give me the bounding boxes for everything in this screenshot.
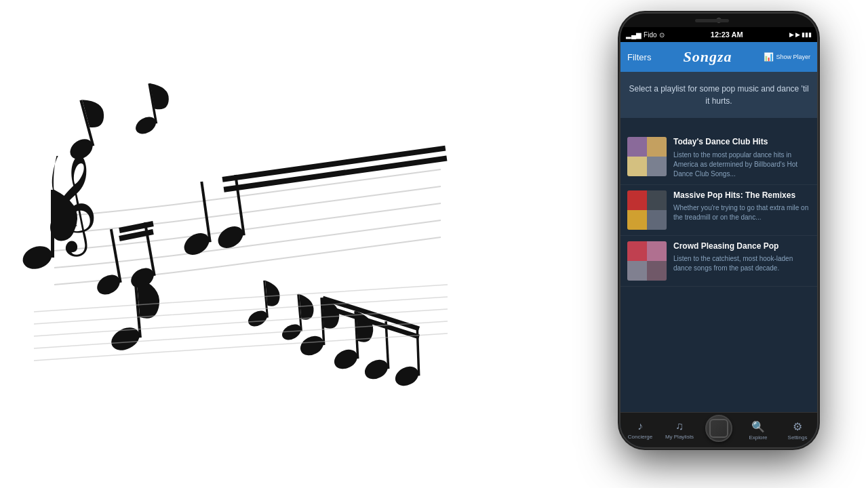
- status-carrier: ▂▄▆ Fido ⊙: [626, 31, 665, 39]
- wifi-icon: ⊙: [659, 31, 665, 39]
- playlist-title: Massive Pop Hits: The Remixes: [673, 190, 810, 201]
- nav-item-settings[interactable]: ⚙ Settings: [778, 420, 817, 441]
- playlist-description: Listen to the catchiest, most hook-laden…: [673, 254, 810, 273]
- location-icon: ▶: [789, 31, 794, 38]
- nav-label-explore: Explore: [749, 434, 767, 441]
- svg-point-21: [392, 363, 422, 390]
- phone-body: ▂▄▆ Fido ⊙ 12:23 AM ▶ ▶ ▮▮▮ Filters Song…: [620, 14, 817, 447]
- home-button[interactable]: [705, 415, 732, 442]
- nav-item-my-playlists[interactable]: ♫ My Playlists: [660, 420, 699, 440]
- svg-rect-8: [234, 175, 245, 236]
- nav-item-explore[interactable]: 🔍 Explore: [738, 420, 778, 441]
- playlist-title: Crowd Pleasing Dance Pop: [673, 241, 810, 252]
- status-icons: ▶ ▶ ▮▮▮: [789, 31, 812, 38]
- phone-speaker: [695, 19, 729, 22]
- nav-label-my-playlists: My Playlists: [665, 434, 694, 440]
- subtitle-area: Select a playlist for some pop music and…: [620, 72, 817, 118]
- svg-rect-26: [51, 190, 54, 258]
- nav-label-settings: Settings: [788, 434, 808, 441]
- explore-icon: 🔍: [751, 420, 765, 433]
- settings-icon: ⚙: [793, 420, 802, 433]
- status-time: 12:23 AM: [711, 30, 743, 39]
- nav-item-concierge[interactable]: ♪ Concierge: [620, 420, 660, 440]
- subtitle-text: Select a playlist for some pop music and…: [629, 83, 809, 107]
- phone-device: ▂▄▆ Fido ⊙ 12:23 AM ▶ ▶ ▮▮▮ Filters Song…: [610, 14, 827, 474]
- playlist-item[interactable]: Massive Pop Hits: The RemixesWhether you…: [620, 185, 817, 236]
- home-button-inner: [709, 419, 728, 438]
- playlist-item[interactable]: Crowd Pleasing Dance PopListen to the ca…: [620, 236, 817, 287]
- playlist-info: Today's Dance Club HitsListen to the mos…: [673, 137, 810, 179]
- app-logo: Songza: [683, 48, 732, 66]
- filters-button[interactable]: Filters: [627, 52, 651, 62]
- show-player-button[interactable]: 📊 Show Player: [764, 52, 810, 62]
- svg-point-33: [108, 323, 144, 355]
- svg-rect-6: [200, 182, 211, 243]
- playlist-item[interactable]: Today's Dance Club HitsListen to the mos…: [620, 131, 817, 185]
- playlist-thumbnail: [627, 241, 667, 281]
- play-icon: ▶: [795, 31, 800, 38]
- playlist-info: Crowd Pleasing Dance PopListen to the ca…: [673, 241, 810, 274]
- battery-icon: ▮▮▮: [802, 31, 812, 38]
- playlists-icon: ♫: [675, 420, 684, 432]
- playlist-description: Whether you're trying to go that extra m…: [673, 203, 810, 222]
- app-header: Filters Songza 📊 Show Player: [620, 42, 817, 72]
- svg-line-31: [119, 224, 153, 230]
- status-bar: ▂▄▆ Fido ⊙ 12:23 AM ▶ ▶ ▮▮▮: [620, 27, 817, 42]
- playlist-info: Massive Pop Hits: The RemixesWhether you…: [673, 190, 810, 223]
- music-notes-svg: 𝄞: [0, 0, 475, 488]
- phone-top-bar: [620, 14, 817, 27]
- playlist-title: Today's Dance Club Hits: [673, 137, 810, 148]
- playlist-description: Listen to the most popular dance hits in…: [673, 150, 810, 179]
- music-background: 𝄞: [0, 0, 475, 488]
- phone-screen: ▂▄▆ Fido ⊙ 12:23 AM ▶ ▶ ▮▮▮ Filters Song…: [620, 27, 817, 447]
- playlist-thumbnail: [627, 190, 667, 230]
- playlist-list: Today's Dance Club HitsListen to the mos…: [620, 126, 817, 412]
- bars-chart-icon: 📊: [764, 52, 774, 62]
- concierge-icon: ♪: [637, 420, 643, 432]
- playlist-thumbnail: [627, 137, 667, 176]
- nav-label-concierge: Concierge: [628, 434, 652, 440]
- app-screen: Filters Songza 📊 Show Player Select a pl…: [620, 42, 817, 447]
- signal-bars-icon: ▂▄▆: [626, 31, 642, 39]
